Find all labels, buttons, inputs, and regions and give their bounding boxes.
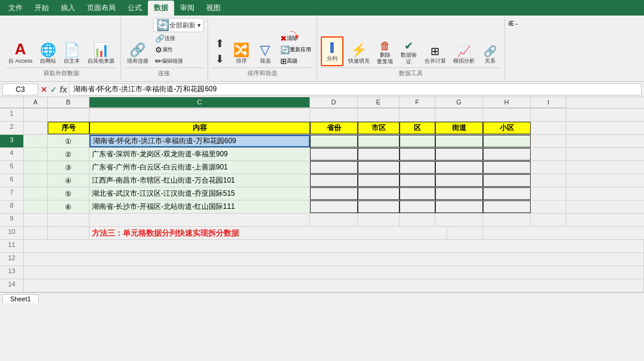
btn-relation[interactable]: 🔗 关系 — [479, 45, 501, 66]
cell-6f[interactable] — [400, 174, 435, 187]
btn-sort-desc[interactable]: ⬇ — [212, 52, 228, 66]
cell-6e[interactable] — [358, 174, 400, 187]
cell-9a[interactable] — [24, 214, 48, 226]
col-header-i[interactable]: I — [531, 97, 566, 108]
cell-6c[interactable]: 江西声-南昌市-市辖区-红山街道-万合花园101 — [89, 174, 310, 187]
btn-access[interactable]: A 自 Access — [6, 40, 35, 66]
cell-5b[interactable]: ③ — [48, 161, 89, 174]
cell-1i[interactable] — [531, 109, 566, 121]
cell-7c[interactable]: 湖北省-武汉市-江汉区-江汉街道-乔亚国际515 — [89, 187, 310, 200]
col-header-e[interactable]: E — [358, 97, 400, 108]
col-header-a[interactable]: A — [24, 97, 48, 108]
cell-8h[interactable] — [483, 200, 531, 213]
insert-function-icon[interactable]: fx — [60, 85, 67, 94]
btn-clear[interactable]: ✖ 清除 — [278, 33, 313, 44]
col-header-b[interactable]: B — [48, 97, 89, 108]
cell-3a[interactable] — [24, 135, 48, 147]
cell-5i[interactable] — [531, 161, 566, 174]
btn-remove-dup[interactable]: 🗑 删除重复项 — [374, 39, 396, 66]
cell-9e[interactable] — [358, 214, 400, 226]
cell-1h[interactable] — [483, 109, 531, 121]
col-header-h[interactable]: H — [483, 97, 531, 108]
cell-3d[interactable] — [310, 135, 358, 147]
cell-5g[interactable] — [435, 161, 483, 174]
cell-7e[interactable] — [358, 187, 400, 200]
cell-6b[interactable]: ④ — [48, 174, 89, 187]
cell-4h[interactable] — [483, 148, 531, 161]
tab-formula[interactable]: 公式 — [122, 1, 148, 16]
cell-8e[interactable] — [358, 200, 400, 213]
cell-5c[interactable]: 广东省-广州市-白云区-白云街道-上善源901 — [89, 161, 310, 174]
cell-10b[interactable] — [48, 227, 89, 239]
cell-8d[interactable] — [310, 200, 358, 213]
cell-10c-note[interactable]: 方法三：单元格数据分列快速实现拆分数据 — [89, 227, 447, 239]
tab-view[interactable]: 视图 — [200, 1, 227, 16]
tab-insert[interactable]: 插入 — [55, 1, 81, 16]
btn-existing-conn[interactable]: 🔗 现有连接 — [125, 42, 151, 66]
btn-reapply[interactable]: 🔄 重新应用 — [278, 45, 313, 55]
cell-4b[interactable]: ② — [48, 148, 89, 161]
col-header-c[interactable]: C — [89, 97, 310, 108]
confirm-icon[interactable]: ✓ — [50, 85, 57, 94]
btn-consolidate[interactable]: ⊞ 合并计算 — [422, 45, 448, 66]
cell-5f[interactable] — [400, 161, 435, 174]
cell-2c-header[interactable]: 内容 — [89, 122, 310, 134]
btn-sort-asc[interactable]: ⬆ — [212, 36, 228, 51]
cell-7i[interactable] — [531, 187, 566, 200]
cell-9i[interactable] — [531, 214, 566, 226]
col-header-d[interactable]: D — [310, 97, 358, 108]
btn-flash-fill[interactable]: ⚡ 快速填充 — [346, 42, 372, 66]
sheet-tab-1[interactable]: Sheet1 — [2, 294, 39, 303]
tab-page-layout[interactable]: 页面布局 — [81, 1, 122, 16]
cell-4d[interactable] — [310, 148, 358, 161]
tab-data[interactable]: 数据 — [148, 1, 174, 16]
cell-8g[interactable] — [435, 200, 483, 213]
cell-3e[interactable] — [358, 135, 400, 147]
cell-9g[interactable] — [435, 214, 483, 226]
btn-other-sources[interactable]: 📊 自其他来源 — [85, 42, 117, 66]
cell-7h[interactable] — [483, 187, 531, 200]
cell-3i[interactable] — [531, 135, 566, 147]
cell-8b[interactable]: ⑥ — [48, 200, 89, 213]
cancel-icon[interactable]: ✕ — [41, 85, 48, 94]
cell-1g[interactable] — [435, 109, 483, 121]
cell-9f[interactable] — [400, 214, 435, 226]
btn-what-if[interactable]: 📈 模拟分析 — [451, 45, 477, 66]
btn-advanced[interactable]: ⊞ 高级 — [278, 56, 313, 66]
cell-14[interactable] — [24, 279, 644, 292]
cell-8c[interactable]: 湖南省-长沙市-开福区-北站街道-红山国际111 — [89, 200, 310, 213]
btn-web[interactable]: 🌐 自网站 — [38, 42, 59, 66]
cell-2e-header[interactable]: 市区 — [358, 122, 400, 134]
cell-5a[interactable] — [24, 161, 48, 174]
col-header-f[interactable]: F — [400, 97, 435, 108]
cell-5h[interactable] — [483, 161, 531, 174]
tab-file[interactable]: 文件 — [2, 1, 29, 16]
cell-3h[interactable] — [483, 135, 531, 147]
cell-3g[interactable] — [435, 135, 483, 147]
cell-4e[interactable] — [358, 148, 400, 161]
tab-review[interactable]: 审阅 — [174, 1, 200, 16]
cell-7a[interactable] — [24, 187, 48, 200]
btn-edit-links[interactable]: ✏ 编辑链接 — [153, 56, 204, 66]
cell-2f-header[interactable]: 区 — [400, 122, 435, 134]
btn-validate[interactable]: ✔ 数据验证 — [398, 39, 420, 66]
cell-4f[interactable] — [400, 148, 435, 161]
cell-2g-header[interactable]: 街道 — [435, 122, 483, 134]
btn-text-to-col[interactable]: ⫿ 分列 — [321, 36, 343, 66]
cell-7d[interactable] — [310, 187, 358, 200]
cell-4i[interactable] — [531, 148, 566, 161]
cell-2i[interactable] — [531, 122, 566, 134]
cell-10a[interactable] — [24, 227, 48, 239]
cell-1b[interactable] — [48, 109, 89, 121]
cell-3c[interactable]: 湖南省-怀化市-洪江市-幸福街道-万和花园609 — [89, 135, 310, 147]
cell-12[interactable] — [24, 253, 644, 266]
formula-input[interactable] — [69, 84, 642, 95]
cell-6g[interactable] — [435, 174, 483, 187]
btn-properties[interactable]: ⚙ 属性 — [153, 45, 204, 55]
cell-10extra[interactable] — [447, 227, 483, 239]
btn-refresh-all[interactable]: 🔄 全部刷新 ▾ — [153, 18, 204, 32]
cell-6d[interactable] — [310, 174, 358, 187]
cell-5e[interactable] — [358, 161, 400, 174]
cell-8i[interactable] — [531, 200, 566, 213]
cell-3f[interactable] — [400, 135, 435, 147]
